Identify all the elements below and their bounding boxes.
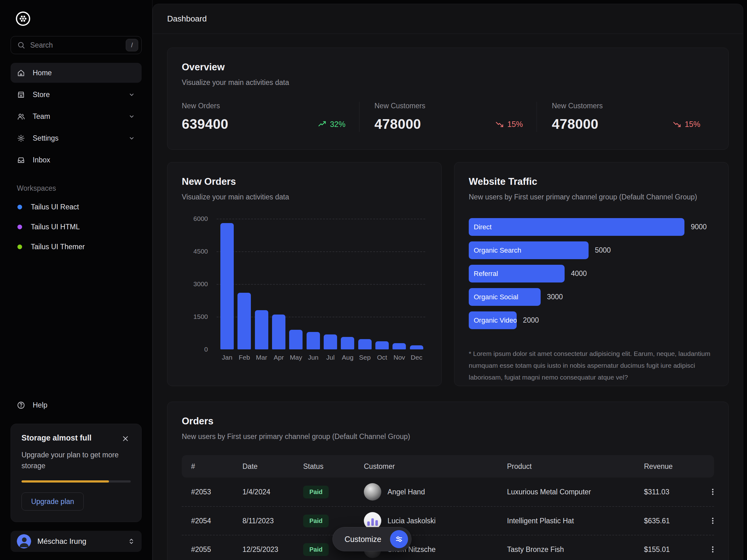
user-menu[interactable]: Méschac Irung bbox=[10, 531, 141, 552]
website-traffic-card: Website Traffic New users by First user … bbox=[454, 162, 729, 386]
chevron-down-icon bbox=[128, 91, 135, 98]
customize-button[interactable]: Customize bbox=[332, 527, 411, 551]
avatar bbox=[364, 483, 381, 501]
row-menu-kebab-icon[interactable] bbox=[706, 543, 719, 556]
stat-label: New Customers bbox=[375, 102, 523, 110]
y-axis-tick: 6000 bbox=[182, 215, 208, 222]
sidebar-item-store[interactable]: Store bbox=[10, 85, 141, 105]
row-menu-kebab-icon[interactable] bbox=[706, 514, 719, 527]
stat-value: 639400 bbox=[182, 116, 229, 132]
y-axis-tick: 4500 bbox=[182, 248, 208, 255]
order-id: #2055 bbox=[191, 545, 242, 554]
orders-bar bbox=[410, 345, 423, 349]
inbox-icon bbox=[17, 156, 25, 164]
product-name: Intelligent Plastic Hat bbox=[507, 517, 644, 525]
traffic-bar-value: 5000 bbox=[595, 246, 611, 255]
search-icon bbox=[17, 41, 25, 49]
workspaces-list: Tailus UI React Tailus UI HTML Tailus UI… bbox=[10, 197, 141, 257]
storage-progress-track bbox=[22, 480, 131, 483]
traffic-bar-row: Direct 9000 bbox=[469, 218, 714, 236]
main-panel: Dashboard Overview Visualize your main a… bbox=[153, 4, 743, 560]
workspace-label: Tailus UI HTML bbox=[31, 223, 80, 231]
col-status: Status bbox=[303, 462, 364, 471]
orders-subtitle: New users by First user primary channel … bbox=[182, 432, 714, 441]
sidebar-item-home[interactable]: Home bbox=[10, 63, 141, 83]
traffic-bar-value: 3000 bbox=[547, 293, 563, 301]
orders-card: Orders New users by First user primary c… bbox=[167, 402, 729, 560]
orders-bar bbox=[376, 341, 389, 349]
row-menu-kebab-icon[interactable] bbox=[706, 485, 719, 499]
order-date: 1/4/2024 bbox=[242, 488, 303, 496]
trend-up-icon bbox=[318, 121, 327, 128]
sidebar-item-label: Inbox bbox=[33, 156, 50, 164]
upgrade-plan-button[interactable]: Upgrade plan bbox=[22, 492, 84, 510]
col-id: # bbox=[191, 462, 242, 471]
chart-subtitle: Visualize your main activities data bbox=[182, 193, 427, 201]
col-customer: Customer bbox=[364, 462, 507, 471]
sidebar-item-team[interactable]: Team bbox=[10, 106, 141, 126]
product-name: Luxurious Metal Computer bbox=[507, 488, 644, 496]
team-icon bbox=[17, 112, 25, 121]
chevron-up-down-icon bbox=[127, 537, 135, 545]
stat-value: 478000 bbox=[552, 116, 598, 132]
traffic-bar-value: 4000 bbox=[571, 269, 587, 278]
product-name: Tasty Bronze Fish bbox=[507, 545, 644, 554]
orders-table: # Date Status Customer Product Revenue #… bbox=[182, 455, 714, 560]
orders-title: Orders bbox=[182, 416, 714, 427]
stat-delta: 15% bbox=[495, 120, 523, 129]
orders-bar bbox=[341, 337, 354, 349]
search-shortcut-kbd: / bbox=[126, 39, 138, 51]
sidebar-item-label: Home bbox=[33, 69, 52, 77]
sidebar-item-settings[interactable]: Settings bbox=[10, 128, 141, 148]
chart-title: Website Traffic bbox=[469, 176, 714, 187]
customize-label: Customize bbox=[344, 535, 381, 544]
page-header: Dashboard bbox=[153, 4, 743, 34]
workspace-dot-green bbox=[18, 244, 22, 249]
stat-value: 478000 bbox=[375, 116, 421, 132]
avatar bbox=[17, 534, 31, 549]
trend-down-icon bbox=[495, 121, 504, 128]
y-axis-tick: 1500 bbox=[182, 313, 208, 320]
chevron-down-icon bbox=[128, 134, 135, 142]
workspace-item-tailus-ui-html[interactable]: Tailus UI HTML bbox=[10, 217, 141, 237]
home-icon bbox=[17, 69, 25, 77]
order-date: 12/25/2023 bbox=[242, 545, 303, 554]
chart-title: New Orders bbox=[182, 176, 427, 187]
overview-card: Overview Visualize your main activities … bbox=[167, 48, 729, 150]
user-name: Méschac Irung bbox=[37, 537, 121, 546]
workspace-item-tailus-ui-react[interactable]: Tailus UI React bbox=[10, 197, 141, 217]
status-badge: Paid bbox=[303, 543, 329, 556]
overview-subtitle: Visualize your main activities data bbox=[182, 78, 714, 87]
overview-stats: New Orders 639400 32% New C bbox=[182, 102, 714, 132]
stat-label: New Orders bbox=[182, 102, 345, 110]
overview-title: Overview bbox=[182, 61, 714, 73]
close-icon[interactable] bbox=[120, 433, 131, 444]
search-input[interactable]: Search / bbox=[10, 36, 141, 54]
table-row[interactable]: #2053 1/4/2024 Paid Angel Hand Luxurious… bbox=[182, 478, 714, 506]
traffic-bar-row: Organic Video 2000 bbox=[469, 312, 714, 329]
stat-delta: 32% bbox=[318, 120, 345, 129]
table-row[interactable]: #2054 8/11/2023 Paid Lucia Jaskolski Int… bbox=[182, 506, 714, 535]
gear-icon bbox=[17, 134, 25, 142]
sidebar-item-help[interactable]: Help bbox=[10, 395, 141, 415]
traffic-bar-row: Organic Search 5000 bbox=[469, 241, 714, 259]
table-header: # Date Status Customer Product Revenue bbox=[182, 455, 714, 478]
sidebar: Search / Home Store bbox=[0, 0, 153, 560]
orders-bar bbox=[307, 332, 320, 349]
col-revenue: Revenue bbox=[644, 462, 706, 471]
traffic-bar: Organic Search bbox=[469, 241, 589, 259]
workspace-item-tailus-ui-themer[interactable]: Tailus UI Themer bbox=[10, 237, 141, 257]
traffic-bar: Direct bbox=[469, 218, 685, 236]
stat-label: New Customers bbox=[552, 102, 700, 110]
sidebar-item-inbox[interactable]: Inbox bbox=[10, 150, 141, 170]
chart-subtitle: New users by First user primary channel … bbox=[469, 193, 714, 201]
storage-progress-fill bbox=[22, 480, 109, 483]
trend-down-icon bbox=[673, 121, 681, 128]
page-title: Dashboard bbox=[167, 14, 207, 24]
orders-bar bbox=[255, 310, 268, 349]
stat-new-customers-2: New Customers 478000 15% bbox=[537, 102, 714, 132]
help-icon bbox=[17, 401, 25, 409]
revenue-value: $635.61 bbox=[644, 517, 706, 525]
table-row[interactable]: #2055 12/25/2023 Paid Shem Nitzsche Tast… bbox=[182, 535, 714, 560]
bar-series bbox=[218, 219, 425, 349]
